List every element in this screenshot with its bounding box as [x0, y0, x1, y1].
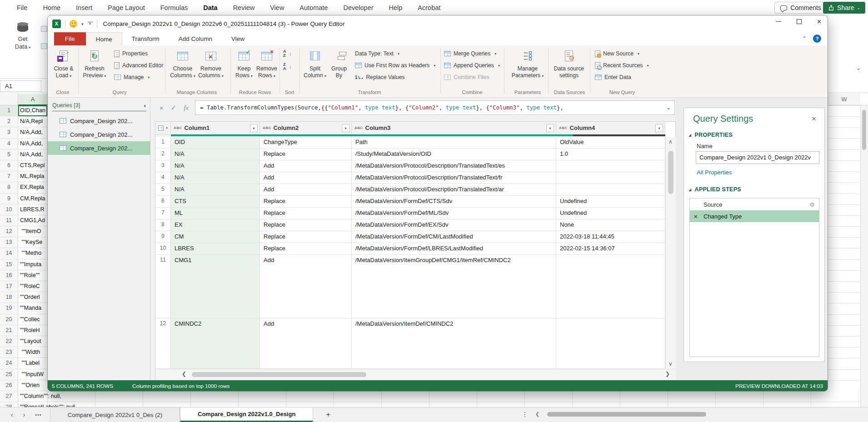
row-number[interactable]: 2	[0, 116, 18, 127]
grid-vertical-scrollbar[interactable]: ∧ ∨	[665, 137, 676, 369]
excel-row[interactable]: 4N/A,Add,	[0, 139, 47, 149]
grid-cell[interactable]: ChangeType	[260, 137, 352, 148]
cell-value[interactable]: CM,Repla	[18, 194, 47, 204]
tabbar-kebab-icon[interactable]: ⋮	[522, 411, 528, 418]
row-number[interactable]: 11	[0, 215, 18, 226]
column-header-column4[interactable]: ABCColumn4▾	[556, 122, 665, 134]
grid-cell[interactable]	[556, 318, 665, 368]
replace-values-button[interactable]: 1↳₂ Replace Values	[355, 72, 405, 82]
row-number[interactable]: 27	[0, 391, 18, 402]
query-name-input[interactable]: Compare_Design 2022v1 0_Design 2022v	[696, 151, 819, 164]
grid-cell[interactable]: /MetaDataVersion/FormDef/CTS/Sdv	[352, 196, 556, 207]
grid-row-number[interactable]: 8	[155, 219, 171, 231]
remove-rows-button[interactable]: × RemoveRows▾	[255, 47, 279, 89]
grid-cell[interactable]: Add	[260, 172, 352, 184]
grid-row-number[interactable]: 4	[155, 172, 171, 184]
grid-cell[interactable]	[556, 172, 665, 184]
data-source-settings-button[interactable]: ⚙ Data sourcesettings	[550, 47, 588, 89]
excel-menu-tab-review[interactable]: Review	[226, 2, 262, 13]
grid-horizontal-scrollbar[interactable]: ❮ ❯	[155, 369, 676, 379]
grid-cell[interactable]: /MetaDataVersion/Protocol/Description/Tr…	[352, 172, 556, 184]
grid-row-number[interactable]: 2	[155, 149, 171, 160]
recent-sources-button[interactable]: Recent Sources▾	[595, 60, 649, 70]
grid-cell[interactable]: Path	[352, 137, 556, 148]
grid-cell[interactable]: /MetaDataVersion/FormDef/LBRES/LastModif…	[352, 243, 556, 254]
grid-row-number[interactable]: 10	[155, 243, 171, 254]
excel-bottom-rows[interactable]: 27""Column"": null,28""RepeatLabels"": n…	[0, 391, 868, 407]
new-sheet-button[interactable]: +	[313, 407, 343, 422]
grid-cell[interactable]: LBRES	[171, 243, 260, 254]
row-number[interactable]: 16	[0, 270, 18, 281]
excel-row[interactable]: 2N/A,Repl	[0, 116, 47, 127]
grid-cell[interactable]	[556, 184, 665, 195]
grid-row-number[interactable]: 11	[155, 255, 171, 318]
grid-cell[interactable]: Add	[260, 160, 352, 172]
excel-row[interactable]: 9CM,Repla	[0, 194, 47, 204]
grid-cell[interactable]	[556, 255, 665, 318]
excel-row[interactable]: 5N/A,Add,	[0, 149, 47, 160]
use-first-row-as-headers-button[interactable]: Use First Row as Headers▾	[355, 60, 436, 70]
excel-row[interactable]: 26 ""Orien	[0, 380, 47, 391]
excel-menu-tab-page-layout[interactable]: Page Layout	[101, 2, 151, 13]
applied-step-source[interactable]: Source⚙	[690, 199, 819, 210]
sheet-nav-left-icon[interactable]: ‹	[11, 411, 13, 418]
remove-columns-button[interactable]: × RemoveColumns▾	[197, 47, 224, 89]
excel-row[interactable]: 18""Orderl	[0, 292, 47, 303]
sheet-nav-right-icon[interactable]: ›	[23, 411, 25, 418]
enter-data-button[interactable]: Enter Data	[595, 72, 631, 82]
grid-cell[interactable]: /MetaDataVersion/Protocol/Description/Tr…	[352, 184, 556, 195]
grid-row-number[interactable]: 6	[155, 196, 171, 207]
excel-row[interactable]: 16""Role""	[0, 270, 47, 281]
cell-value[interactable]: ""InputW	[18, 369, 47, 380]
all-properties-link[interactable]: All Properties	[697, 169, 732, 176]
sheet-tab-inactive[interactable]: Compare_Design 2022v1 0_Des (2)	[50, 407, 180, 422]
applied-steps-section-header[interactable]: ◢ APPLIED STEPS	[688, 186, 741, 193]
row-number[interactable]: 12	[0, 226, 18, 237]
formula-input[interactable]: = Table.TransformColumnTypes(Source,{{"C…	[195, 100, 675, 115]
scroll-up-icon[interactable]: ∧	[668, 139, 673, 145]
collapse-queries-pane-icon[interactable]: ‹	[144, 102, 146, 109]
group-by-button[interactable]: GroupBy	[329, 47, 349, 89]
cell-value[interactable]: ""Column"": null,	[18, 391, 868, 402]
grid-cell[interactable]: Replace	[260, 231, 352, 243]
manage-parameters-button[interactable]: ManageParameters▾	[509, 47, 547, 89]
grid-select-all[interactable]: ▾	[155, 122, 171, 134]
grid-cell[interactable]: OldValue	[556, 137, 665, 148]
row-number[interactable]: 10	[0, 204, 18, 215]
sheet-tab-active[interactable]: Compare_Design 2022v1.0_Design	[180, 407, 313, 422]
grid-cell[interactable]: CTS	[171, 196, 260, 207]
excel-vertical-scrollbar-thumb[interactable]	[862, 110, 866, 150]
cell-value[interactable]: N/A,Add,	[18, 139, 47, 149]
data-type-button[interactable]: Data Type: Text▾	[355, 49, 399, 59]
grid-cell[interactable]: EX	[171, 219, 260, 231]
grid-cell[interactable]: Undefined	[556, 208, 665, 219]
column-header-column2[interactable]: ABCColumn2▾	[260, 122, 352, 134]
excel-rows[interactable]: 1OID,Chan2N/A,Repl3N/A,Add,4N/A,Add,5N/A…	[0, 105, 47, 391]
cell-value[interactable]: ""KeySe	[18, 237, 47, 248]
grid-cell[interactable]: Replace	[260, 149, 352, 160]
tabbar-scrollbar[interactable]: ❮	[535, 412, 863, 417]
cell-value[interactable]: ""Metho	[18, 248, 47, 258]
cell-value[interactable]: ""RoleC	[18, 281, 47, 292]
smiley-qat-icon[interactable]	[70, 20, 77, 28]
row-number[interactable]: 5	[0, 149, 18, 160]
scroll-down-icon[interactable]: ∨	[668, 361, 673, 367]
comments-button[interactable]: Comments	[774, 2, 827, 14]
excel-menu-tab-insert[interactable]: Insert	[69, 2, 99, 13]
excel-row[interactable]: 12 ""ItemO	[0, 226, 47, 237]
grid-cell[interactable]: OID	[171, 137, 260, 148]
cell-value[interactable]: ""Manda	[18, 303, 47, 313]
grid-cell[interactable]: 2022-03-18 11:44:45	[556, 231, 665, 243]
close-query-settings-icon[interactable]: ×	[812, 114, 816, 124]
select-all-corner[interactable]	[0, 94, 18, 105]
grid-cell[interactable]	[556, 160, 665, 172]
cell-value[interactable]: ""Label	[18, 358, 47, 368]
excel-row[interactable]: 15""Imputa	[0, 259, 47, 270]
cell-value[interactable]: ""Imputa	[18, 259, 47, 270]
grid-cell[interactable]: CMG1	[171, 255, 260, 318]
row-number[interactable]: 25	[0, 369, 18, 380]
grid-row-number[interactable]: 1	[155, 137, 171, 148]
get-data-button[interactable]: Get Data▾	[5, 24, 40, 51]
formula-expand-icon[interactable]: ⌄	[666, 104, 671, 111]
formula-accept-icon[interactable]: ✓	[171, 104, 177, 112]
